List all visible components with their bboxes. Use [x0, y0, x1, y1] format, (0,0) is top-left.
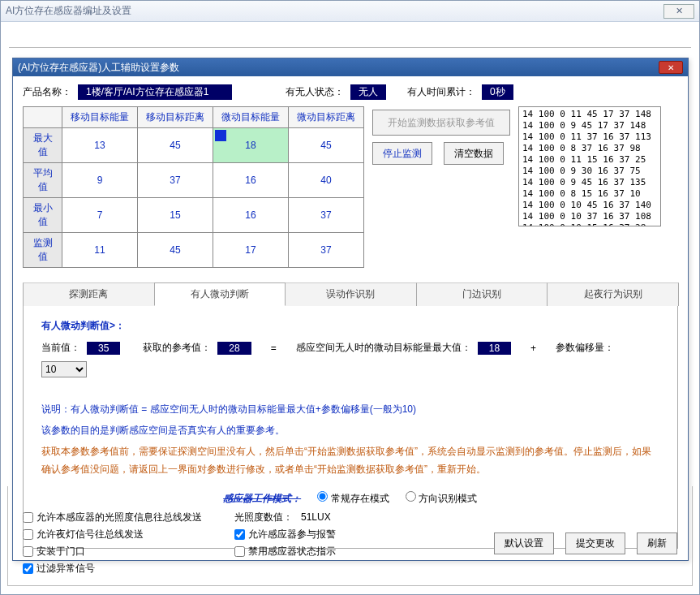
table-header: 微动目标距离 [289, 107, 364, 128]
outer-body: (AI方位存在感应器)人工辅助设置参数 ✕ 产品名称： 1楼/客厅/AI方位存在… [1, 22, 699, 594]
inner-dialog: (AI方位存在感应器)人工辅助设置参数 ✕ 产品名称： 1楼/客厅/AI方位存在… [12, 58, 689, 561]
chk-disable-status-led[interactable]: 禁用感应器状态指示 [234, 545, 336, 558]
start-monitor-button[interactable]: 开始监测数据获取参考值 [372, 110, 510, 136]
duration-value: 0秒 [482, 84, 513, 100]
mode-direction-radio[interactable]: 方向识别模式 [406, 491, 477, 506]
cell: 7 [62, 198, 138, 233]
reference-label: 获取的参考值： [143, 341, 211, 355]
checkbox-col-1: 允许本感应器的光照度信息往总线发送 允许夜灯信号往总线发送 安装于门口 过滤异常… [23, 511, 202, 576]
outer-window: AI方位存在感应器编址及设置 ✕ (AI方位存在感应器)人工辅助设置参数 ✕ 产… [0, 0, 700, 595]
panel-heading: 有人微动判断值>： [41, 319, 659, 333]
tab-false-action[interactable]: 误动作识别 [285, 282, 417, 306]
cell: 16 [213, 198, 289, 233]
log-output[interactable]: 14 100 0 11 45 17 37 148 14 100 0 9 45 1… [518, 106, 661, 226]
space-max-label: 感应空间无人时的微动目标能量最大值： [296, 341, 471, 355]
offset-select[interactable]: 10 [41, 361, 87, 377]
outer-titlebar: AI方位存在感应器编址及设置 ✕ [1, 1, 699, 22]
mid-row: 移动目标能量 移动目标距离 微动目标能量 微动目标距离 最大值 13 45 18… [23, 106, 678, 268]
row-label: 最大值 [24, 128, 62, 163]
cell: 37 [289, 233, 364, 268]
chk-lux-to-bus[interactable]: 允许本感应器的光照度信息往总线发送 [23, 511, 202, 524]
explain-line-3: 获取本参数参考值前，需要保证探测空间里没有人，然后单击“开始监测数据获取参考值”… [41, 442, 659, 478]
cell: 17 [213, 233, 289, 268]
row-label: 监测值 [24, 233, 62, 268]
explain-line-1: 说明：有人微动判断值 = 感应空间无人时的微动目标能量最大值+参数偏移量(一般为… [41, 400, 659, 418]
table-header: 移动目标距离 [138, 107, 213, 128]
product-label: 产品名称： [23, 85, 71, 99]
inner-titlebar: (AI方位存在感应器)人工辅助设置参数 ✕ [13, 58, 688, 76]
checkbox-col-2: 光照度数值： 51LUX 允许感应器参与报警 禁用感应器状态指示 [234, 511, 336, 558]
product-value: 1楼/客厅/AI方位存在感应器1 [78, 84, 232, 100]
cell: 15 [138, 198, 213, 233]
presence-label: 有无人状态： [286, 85, 344, 99]
chk-allow-alarm[interactable]: 允许感应器参与报警 [234, 528, 336, 541]
info-row: 产品名称： 1楼/客厅/AI方位存在感应器1 有无人状态： 无人 有人时间累计：… [23, 84, 678, 100]
offset-label: 参数偏移量： [556, 341, 614, 355]
bottom-flex: 允许本感应器的光照度信息往总线发送 允许夜灯信号往总线发送 安装于门口 过滤异常… [23, 511, 677, 576]
table-row: 最小值 7 15 16 37 [24, 198, 364, 233]
cell: 37 [289, 198, 364, 233]
duration-label: 有人时间累计： [407, 85, 475, 99]
bottom-panel: 感应器工作模式： 常规存在模式 方向识别模式 允许本感应器的光照度信息往总线发送… [7, 486, 693, 586]
space-max-value: 18 [478, 342, 511, 355]
close-icon: ✕ [668, 63, 674, 72]
cell: 45 [289, 128, 364, 163]
refresh-button[interactable]: 刷新 [637, 532, 677, 554]
reference-value: 28 [217, 342, 251, 355]
inner-title: (AI方位存在感应器)人工辅助设置参数 [18, 61, 179, 75]
table-row: 最大值 13 45 18 45 [24, 128, 364, 163]
current-value: 35 [87, 342, 120, 355]
explanation-block: 说明：有人微动判断值 = 感应空间无人时的微动目标能量最大值+参数偏移量(一般为… [41, 400, 659, 478]
submit-changes-button[interactable]: 提交更改 [565, 532, 625, 554]
default-settings-button[interactable]: 默认设置 [494, 532, 554, 554]
close-icon: ✕ [676, 6, 683, 16]
mode-normal-radio[interactable]: 常规存在模式 [317, 491, 389, 506]
table-header-row: 移动目标能量 移动目标距离 微动目标能量 微动目标距离 [24, 107, 364, 128]
cell-highlight: 18 [213, 128, 289, 163]
chk-installed-at-door[interactable]: 安装于门口 [23, 545, 202, 558]
chk-filter-abnormal[interactable]: 过滤异常信号 [23, 562, 202, 576]
bottom-button-row: 默认设置 提交更改 刷新 [494, 532, 677, 554]
tab-strip: 探测距离 有人微动判断 误动作识别 门边识别 起夜行为识别 [23, 282, 678, 306]
tab-detect-distance[interactable]: 探测距离 [23, 282, 155, 306]
table-header: 移动目标能量 [62, 107, 138, 128]
tab-night-behavior[interactable]: 起夜行为识别 [547, 282, 679, 306]
control-column: 开始监测数据获取参考值 停止监测 清空数据 [372, 106, 510, 165]
cell: 45 [138, 233, 213, 268]
stop-monitor-button[interactable]: 停止监测 [372, 142, 432, 165]
current-label: 当前值： [41, 341, 80, 355]
table-header [24, 107, 62, 128]
row-label: 平均值 [24, 163, 62, 198]
outer-title: AI方位存在感应器编址及设置 [6, 4, 131, 18]
outer-close-button[interactable]: ✕ [663, 4, 694, 19]
clear-data-button[interactable]: 清空数据 [444, 142, 504, 165]
presence-value: 无人 [350, 84, 386, 100]
table-row: 平均值 9 37 16 40 [24, 163, 364, 198]
table-header: 微动目标能量 [213, 107, 289, 128]
outer-tabs-placeholder [9, 33, 691, 48]
cell: 11 [62, 233, 138, 268]
mode-row: 感应器工作模式： 常规存在模式 方向识别模式 [23, 491, 677, 506]
chk-nightlight-to-bus[interactable]: 允许夜灯信号往总线发送 [23, 528, 202, 541]
cell: 16 [213, 163, 289, 198]
cell: 13 [62, 128, 138, 163]
explain-line-2: 该参数的目的是判断感应空间是否真实有人的重要参考。 [41, 421, 659, 439]
equals-sign: = [271, 343, 277, 354]
param-row: 当前值： 35 获取的参考值： 28 = 感应空间无人时的微动目标能量最大值： … [41, 341, 659, 377]
tab-door-side[interactable]: 门边识别 [416, 282, 548, 306]
table-row: 监测值 11 45 17 37 [24, 233, 364, 268]
lux-value: 51LUX [301, 511, 331, 523]
cell: 37 [138, 163, 213, 198]
metrics-table: 移动目标能量 移动目标距离 微动目标能量 微动目标距离 最大值 13 45 18… [23, 106, 364, 268]
cell: 9 [62, 163, 138, 198]
mode-label: 感应器工作模式： [223, 492, 301, 506]
cell: 45 [138, 128, 213, 163]
lux-label: 光照度数值： [234, 511, 293, 523]
lux-row: 光照度数值： 51LUX [234, 511, 336, 524]
plus-sign: + [530, 343, 536, 354]
inner-close-button[interactable]: ✕ [659, 61, 683, 74]
tab-micro-motion[interactable]: 有人微动判断 [154, 282, 286, 306]
row-label: 最小值 [24, 198, 62, 233]
cell: 40 [289, 163, 364, 198]
